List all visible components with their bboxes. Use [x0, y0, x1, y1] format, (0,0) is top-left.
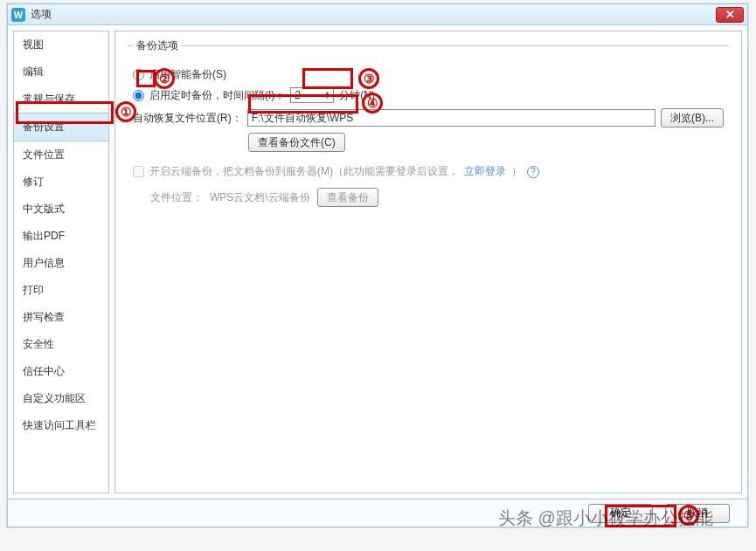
login-link[interactable]: 立即登录 — [464, 164, 506, 179]
cloud-tail: ） — [511, 164, 522, 179]
backup-options-group: 备份选项 启用智能备份(S) 启用定时备份，时间间隔(I)： 2 ▲▼ 分钟(N… — [128, 38, 729, 212]
watermark: 头条 @跟小小筱学办公技能 — [498, 506, 713, 530]
smart-backup-radio[interactable] — [133, 69, 144, 80]
recover-path-label: 自动恢复文件位置(R)： — [133, 111, 242, 126]
sidebar-item-general-save[interactable]: 常规与保存 — [14, 86, 108, 113]
titlebar: W 选项 ✕ — [8, 4, 747, 25]
sidebar-item-trust-center[interactable]: 信任中心 — [14, 358, 108, 385]
cloud-location-prefix: 文件位置： — [150, 190, 203, 205]
sidebar-item-export-pdf[interactable]: 输出PDF — [14, 223, 108, 250]
timed-backup-radio[interactable] — [133, 90, 144, 101]
sidebar-item-print[interactable]: 打印 — [14, 277, 108, 304]
sidebar-item-spellcheck[interactable]: 拼写检查 — [14, 304, 108, 331]
group-legend: 备份选项 — [133, 38, 182, 53]
recover-path-row: 自动恢复文件位置(R)： F:\文件自动恢复\WPS 浏览(B)... — [133, 108, 724, 127]
interval-unit: 分钟(N) — [339, 88, 375, 103]
timed-backup-label: 启用定时备份，时间间隔(I)： — [149, 88, 285, 103]
help-icon[interactable]: ? — [527, 166, 539, 178]
interval-spinner[interactable]: 2 ▲▼ — [290, 87, 334, 103]
recover-path-value: F:\文件自动恢复\WPS — [252, 111, 354, 126]
view-cloud-backup-button[interactable]: 查看备份 — [317, 188, 378, 207]
view-backup-button[interactable]: 查看备份文件(C) — [248, 133, 345, 152]
cloud-backup-row: 开启云端备份，把文档备份到服务器(M)（此功能需要登录后设置， 立即登录 ） ? — [133, 164, 724, 179]
cloud-backup-label: 开启云端备份，把文档备份到服务器(M)（此功能需要登录后设置， — [149, 164, 459, 179]
sidebar-item-chinese-layout[interactable]: 中文版式 — [14, 196, 108, 223]
sidebar-item-view[interactable]: 视图 — [14, 31, 108, 59]
window-title: 选项 — [31, 7, 716, 22]
sidebar-item-revision[interactable]: 修订 — [14, 169, 108, 196]
close-button[interactable]: ✕ — [716, 7, 744, 23]
recover-path-input[interactable]: F:\文件自动恢复\WPS — [247, 109, 655, 127]
sidebar-item-security[interactable]: 安全性 — [14, 331, 108, 358]
sidebar-item-backup-settings[interactable]: 备份设置 — [14, 113, 108, 141]
sidebar: 视图 编辑 常规与保存 备份设置 文件位置 修订 中文版式 输出PDF 用户信息… — [13, 31, 109, 493]
sidebar-item-customize-ribbon[interactable]: 自定义功能区 — [14, 385, 108, 412]
cloud-location-row: 文件位置： WPS云文档\云端备份 查看备份 — [133, 188, 724, 207]
sidebar-item-edit[interactable]: 编辑 — [14, 59, 108, 86]
smart-backup-label: 启用智能备份(S) — [149, 67, 226, 82]
cloud-location-path: WPS云文档\云端备份 — [210, 190, 310, 205]
sidebar-item-user-info[interactable]: 用户信息 — [14, 250, 108, 277]
sidebar-item-qat[interactable]: 快速访问工具栏 — [14, 412, 108, 439]
content-panel: 备份选项 启用智能备份(S) 启用定时备份，时间间隔(I)： 2 ▲▼ 分钟(N… — [114, 31, 742, 493]
app-icon: W — [11, 8, 25, 22]
smart-backup-row: 启用智能备份(S) — [133, 67, 724, 82]
cloud-backup-checkbox[interactable] — [133, 166, 144, 177]
sidebar-item-file-location[interactable]: 文件位置 — [14, 141, 108, 169]
options-dialog: W 选项 ✕ 视图 编辑 常规与保存 备份设置 文件位置 修订 中文版式 输出P… — [7, 3, 748, 527]
view-backup-row: 查看备份文件(C) — [133, 133, 724, 152]
spinner-arrows-icon[interactable]: ▲▼ — [324, 91, 329, 100]
timed-backup-row: 启用定时备份，时间间隔(I)： 2 ▲▼ 分钟(N) — [133, 87, 724, 103]
browse-button[interactable]: 浏览(B)... — [661, 108, 724, 127]
interval-value: 2 — [295, 89, 301, 101]
